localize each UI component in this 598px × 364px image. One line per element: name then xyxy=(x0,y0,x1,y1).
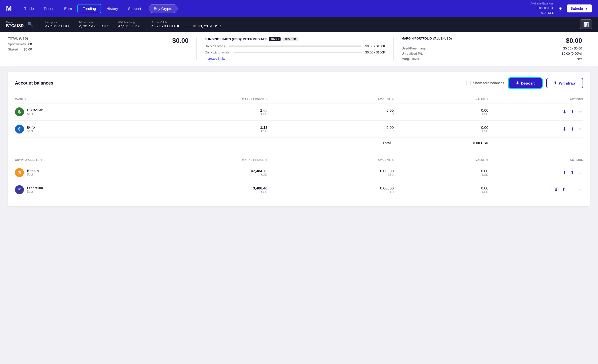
total-label: TOTAL (USD) xyxy=(8,37,32,40)
nav-link-trade[interactable]: Trade xyxy=(20,4,38,13)
last-price-label: Last price xyxy=(45,21,69,24)
show-zero-text: Show zero balances xyxy=(473,81,504,85)
eth-deposit-btn[interactable]: ⬇ xyxy=(553,186,559,193)
crypto-amount-col: AMOUNT ⇅ xyxy=(267,158,394,161)
badge-cash: Cash xyxy=(269,37,281,41)
nav-link-prices[interactable]: Prices xyxy=(39,4,59,13)
show-zero-checkbox[interactable] xyxy=(467,81,471,85)
actions-col-header: ACTIONS xyxy=(488,98,583,101)
eth-withdraw-btn[interactable]: ⬆ xyxy=(561,186,567,193)
value-col-label: VALUE xyxy=(476,98,485,101)
eth-star-btn[interactable]: ☆ xyxy=(577,186,583,193)
show-zero-label[interactable]: Show zero balances xyxy=(467,81,504,85)
nav-right: Available Balances: 0.00000 BTC 0.00 USD… xyxy=(531,1,592,15)
btc-star-btn[interactable]: ☆ xyxy=(577,169,583,176)
market-price-col-header: MARKET PRICE ⇅ xyxy=(141,98,267,101)
eth-name: Ethereum xyxy=(27,186,43,190)
btc-actions: ⬇ ⬆ ☆ xyxy=(488,169,583,176)
sort-icon[interactable]: ⇅ xyxy=(392,98,394,101)
daily-deposits-value: $0.00 / $100K xyxy=(365,44,385,48)
eth-amount-cell: 0.00000 ETH xyxy=(267,186,394,194)
crypto-market-price-label: MARKET PRICE xyxy=(242,158,264,161)
used-free-row: Used/Free margin $0.00 / $0.00 xyxy=(402,46,582,50)
usd-value: 0.00 xyxy=(394,108,488,112)
funding-limits-label: FUNDING LIMITS (USD): INTERMEDIATE xyxy=(205,37,267,41)
btc-type: Spot xyxy=(27,173,39,176)
lowhigh-stat: 24h low/high 46,715.0 USD 48,728.4 USD xyxy=(151,21,221,28)
sort-icon[interactable]: ⇅ xyxy=(265,159,268,161)
top-nav: M Trade Prices Earn Funding History Supp… xyxy=(0,0,598,17)
eth-value-unit: USD xyxy=(394,190,488,194)
usd-value-cell: 0.00 USD xyxy=(394,108,488,116)
table-row: Ξ Ethereum Spot 3,406.46 USD 0.00000 ETH xyxy=(15,181,583,198)
asset-cell-usd: $ US Dollar Spot xyxy=(15,107,141,116)
withdraw-label: Withdraw xyxy=(559,81,576,85)
nav-link-earn[interactable]: Earn xyxy=(60,4,77,13)
spot-row: Spot wallet $0.00 xyxy=(8,42,32,46)
deposit-button[interactable]: ⬇ Deposit xyxy=(508,78,542,88)
eur-amount-unit: EUR xyxy=(267,130,394,133)
usd-amount-cell: 0.00 USD xyxy=(267,108,394,116)
eth-icon: Ξ xyxy=(15,185,24,194)
main-content: Account balances Show zero balances ⬇ De… xyxy=(0,66,598,212)
lowhigh-label: 24h low/high xyxy=(151,21,221,24)
btc-deposit-btn[interactable]: ⬇ xyxy=(562,169,567,176)
nav-link-support[interactable]: Support xyxy=(123,4,146,13)
daily-withdrawals-label: Daily withdrawals xyxy=(205,50,230,54)
weighted-stat: Weighted avg. 47,575.3 USD xyxy=(118,21,141,28)
market-pair-value: BTC/USD xyxy=(6,24,24,28)
eur-market-price: 1.18 xyxy=(141,125,267,130)
nav-balances: Available Balances: 0.00000 BTC 0.00 USD xyxy=(531,1,554,15)
total-value: $0.00 xyxy=(172,37,188,45)
eth-more-btn[interactable]: ⋮ xyxy=(569,186,575,193)
sort-icon[interactable]: ⇅ xyxy=(24,98,26,101)
nav-link-history[interactable]: History xyxy=(102,4,123,13)
usd-name: US Dollar xyxy=(27,108,43,112)
cash-col-header: CASH ⇅ xyxy=(15,98,141,101)
margin-title: MARGIN PORTFOLIO VALUE (USD) xyxy=(402,37,452,40)
logo[interactable]: M xyxy=(6,4,12,12)
margin-level-label: Margin level xyxy=(402,57,419,61)
summary-bar: TOTAL (USD) Spot wallet $0.00 Staked $0.… xyxy=(0,32,598,66)
user-menu-button[interactable]: Satoshi ▼ xyxy=(567,4,592,12)
available-balances-label: Available Balances: xyxy=(531,1,554,6)
cash-col-label: CASH xyxy=(15,98,23,101)
eur-star-btn[interactable]: ☆ xyxy=(577,125,583,133)
sort-icon[interactable]: ⇅ xyxy=(392,159,394,161)
nav-link-funding[interactable]: Funding xyxy=(77,4,101,13)
increase-limits-link[interactable]: Increase limits xyxy=(205,57,385,60)
unrealized-row: Unrealized P/L $0.00 (0.00%) xyxy=(402,52,582,55)
eur-withdraw-btn[interactable]: ⬆ xyxy=(569,125,575,133)
sort-icon[interactable]: ⇅ xyxy=(486,159,488,161)
chevron-down-icon: ▼ xyxy=(585,6,588,10)
deposit-label: Deposit xyxy=(521,81,535,85)
sort-icon[interactable]: ⇅ xyxy=(40,159,43,161)
value-col-header: VALUE ⇅ xyxy=(394,98,488,101)
weighted-label: Weighted avg. xyxy=(118,21,141,24)
usd-star-btn[interactable]: ☆ xyxy=(577,108,583,116)
chart-button[interactable]: 📊 xyxy=(580,19,592,29)
usd-withdraw-btn[interactable]: ⬆ xyxy=(569,108,575,116)
sort-icon[interactable]: ⇅ xyxy=(265,98,268,101)
eth-price-cell: 3,406.46 USD xyxy=(141,186,267,194)
daily-deposits-row: Daily deposits $0.00 / $100K xyxy=(205,44,385,48)
eur-value-unit: USD xyxy=(394,130,488,133)
used-free-label: Used/Free margin xyxy=(402,46,427,50)
sort-icon[interactable]: ⇅ xyxy=(486,98,488,101)
last-price-value: 47,484.7 USD xyxy=(45,24,69,28)
last-price-stat: Last price 47,484.7 USD xyxy=(45,21,69,28)
usd-deposit-btn[interactable]: ⬇ xyxy=(562,108,567,116)
grid-icon[interactable]: ⊞ xyxy=(558,5,563,11)
search-icon[interactable]: 🔍 xyxy=(28,22,33,27)
crypto-value-label: VALUE xyxy=(476,158,485,161)
btc-balance: 0.00000 BTC xyxy=(531,6,554,11)
staked-value: $0.00 xyxy=(24,47,32,51)
spot-label: Spot wallet xyxy=(8,42,24,46)
buy-crypto-button[interactable]: Buy Crypto xyxy=(149,4,178,13)
eur-deposit-btn[interactable]: ⬇ xyxy=(562,125,567,133)
withdraw-button[interactable]: ⬆ Withdraw xyxy=(546,78,583,88)
btc-withdraw-btn[interactable]: ⬆ xyxy=(569,169,575,176)
eth-amount-unit: ETH xyxy=(267,190,394,194)
low-value: 46,715.0 USD xyxy=(151,24,175,28)
asset-info-eur: Euro Spot xyxy=(27,125,35,133)
